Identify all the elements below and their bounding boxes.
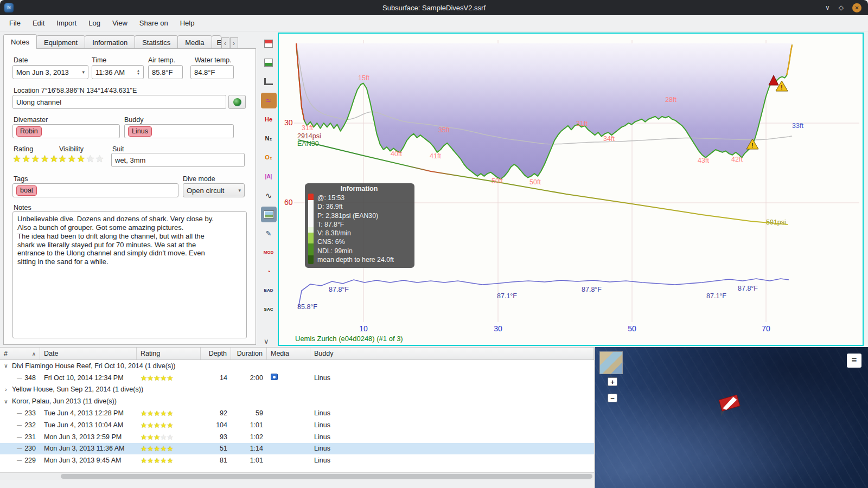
tab-information[interactable]: Information bbox=[85, 35, 135, 49]
tank-bar-icon[interactable]: |A| bbox=[261, 169, 277, 184]
dive-row[interactable]: ─229Mon Jun 3, 2013 9:45 AM★★★★★811:01Li… bbox=[0, 454, 594, 466]
dive-mode-select[interactable]: Open circuit ▾ bbox=[183, 183, 245, 197]
scrollbar-thumb[interactable] bbox=[61, 474, 592, 479]
photos-icon[interactable] bbox=[261, 207, 277, 222]
minimize-button[interactable]: ∨ bbox=[825, 4, 830, 11]
tab-e[interactable]: E bbox=[212, 35, 221, 49]
column-header-rating[interactable]: Rating bbox=[137, 348, 201, 359]
dive-site-marker[interactable] bbox=[717, 394, 743, 418]
menu-import[interactable]: Import bbox=[50, 16, 82, 30]
tooltip-row: V: 8.3ft/min bbox=[317, 229, 394, 237]
column-header-media[interactable]: Media bbox=[267, 348, 310, 359]
menu-help[interactable]: Help bbox=[174, 16, 201, 30]
dive-date: Mon Jun 3, 2013 2:59 PM bbox=[40, 433, 137, 441]
svg-text:70: 70 bbox=[762, 324, 770, 333]
tag-chip[interactable]: boat bbox=[16, 185, 37, 196]
column-header-depth[interactable]: Depth bbox=[201, 348, 231, 359]
trip-row[interactable]: ∨Divi Flamingo House Reef, Fri Oct 10, 2… bbox=[0, 360, 594, 372]
column-header-number[interactable]: #∧ bbox=[0, 348, 40, 359]
location-map-button[interactable] bbox=[228, 95, 246, 109]
mini-map-thumbnail[interactable] bbox=[599, 351, 623, 374]
dive-profile[interactable]: 30601030507031ft2914psiEAN3015ft40ft41ft… bbox=[278, 33, 864, 346]
n2-graph-icon[interactable]: N₂ bbox=[261, 131, 277, 146]
star-icon: ★ bbox=[147, 433, 154, 441]
mod-icon[interactable]: MOD bbox=[261, 245, 277, 260]
dive-row[interactable]: ─230Mon Jun 3, 2013 11:36 AM★★★★★511:14L… bbox=[0, 443, 594, 455]
menu-share-on[interactable]: Share on bbox=[133, 16, 174, 30]
collapse-icon[interactable]: ∨ bbox=[3, 363, 9, 369]
column-header-duration[interactable]: Duration bbox=[231, 348, 267, 359]
sac-icon[interactable]: SAC bbox=[261, 301, 277, 317]
dive-row[interactable]: ─231Mon Jun 3, 2013 2:59 PM★★★★★931:02Li… bbox=[0, 431, 594, 443]
dc-ceiling-icon[interactable] bbox=[261, 36, 277, 52]
column-header-date[interactable]: Date bbox=[40, 348, 137, 359]
notes-textarea[interactable]: Unbelievable dive. Dozens and dozens of … bbox=[12, 211, 247, 338]
tags-field[interactable]: boat bbox=[12, 183, 178, 197]
svg-text:2914psi: 2914psi bbox=[297, 132, 321, 140]
trip-row[interactable]: ›Yellow House, Sun Sep 21, 2014 (1 dive(… bbox=[0, 384, 594, 396]
ead-icon[interactable]: EAD bbox=[261, 282, 277, 298]
close-button[interactable]: ✕ bbox=[852, 3, 861, 12]
expand-icon[interactable]: › bbox=[3, 387, 9, 393]
ruler-grid-icon[interactable] bbox=[261, 74, 277, 89]
tissues-icon[interactable]: ≈ bbox=[261, 93, 277, 108]
time-spinbox[interactable]: 11:36 AM ▲▼ bbox=[92, 65, 144, 79]
tab-media[interactable]: Media bbox=[177, 35, 212, 49]
tab-scroll-left-button[interactable]: ‹ bbox=[221, 37, 229, 49]
water-temp-field[interactable]: 84.8°F bbox=[190, 65, 234, 79]
map-panel[interactable]: + − ≡ bbox=[595, 347, 868, 488]
ruler-tool-icon[interactable]: ✎ bbox=[261, 226, 277, 241]
rating-stars[interactable]: ★★★★★ bbox=[12, 154, 59, 164]
zoom-out-button[interactable]: − bbox=[608, 394, 617, 402]
star-icon: ★ bbox=[141, 409, 147, 418]
menu-log[interactable]: Log bbox=[82, 16, 106, 30]
ndl-tts-icon[interactable]: ◔ bbox=[261, 264, 277, 279]
menu-edit[interactable]: Edit bbox=[27, 16, 50, 30]
dc-ceiling-icon bbox=[264, 40, 273, 48]
divemaster-chip[interactable]: Robin bbox=[16, 126, 42, 137]
tab-equipment[interactable]: Equipment bbox=[36, 35, 85, 49]
dive-row[interactable]: ─232Tue Jun 4, 2013 10:04 AM★★★★★1041:01… bbox=[0, 419, 594, 431]
divemaster-field[interactable]: Robin bbox=[12, 124, 120, 138]
dive-buddy: Linus bbox=[310, 374, 594, 382]
horizontal-scrollbar[interactable] bbox=[0, 472, 594, 480]
buddy-field[interactable]: Linus bbox=[124, 124, 234, 138]
o2-graph-icon[interactable]: O₂ bbox=[261, 150, 277, 165]
heart-rate-icon[interactable]: ∿ bbox=[261, 188, 277, 203]
maximize-button[interactable]: ◇ bbox=[839, 4, 844, 11]
collapse-icon[interactable]: ∨ bbox=[3, 399, 9, 404]
dive-list[interactable]: #∧DateRatingDepthDurationMediaBuddy ∨Div… bbox=[0, 347, 594, 480]
zoom-in-button[interactable]: + bbox=[608, 377, 617, 386]
dive-list-header[interactable]: #∧DateRatingDepthDurationMediaBuddy bbox=[0, 348, 594, 360]
calculated-ceiling-icon[interactable] bbox=[261, 55, 277, 70]
toolbar-scroll-down-icon[interactable]: ∨ bbox=[264, 337, 269, 345]
tab-statistics[interactable]: Statistics bbox=[135, 35, 178, 49]
tooltip-title: Information bbox=[308, 185, 410, 192]
star-icon: ★ bbox=[147, 421, 154, 429]
column-header-buddy[interactable]: Buddy bbox=[310, 348, 594, 359]
menu-view[interactable]: View bbox=[106, 16, 133, 30]
trip-label: Divi Flamingo House Reef, Fri Oct 10, 20… bbox=[12, 362, 176, 370]
svg-text:31ft: 31ft bbox=[302, 124, 313, 132]
location-input[interactable]: Ulong channel bbox=[12, 95, 226, 109]
suit-field[interactable]: wet, 3mm bbox=[111, 153, 245, 167]
spin-arrows-icon[interactable]: ▲▼ bbox=[135, 69, 140, 75]
menu-file[interactable]: File bbox=[3, 16, 27, 30]
menu-bar: FileEditImportLogViewShare onHelp bbox=[0, 15, 868, 31]
map-menu-button[interactable]: ≡ bbox=[847, 354, 861, 368]
trip-row[interactable]: ∨Koror, Palau, Jun 2013 (11 dive(s)) bbox=[0, 395, 594, 407]
tab-notes[interactable]: Notes bbox=[3, 34, 37, 49]
dive-row[interactable]: ─233Tue Jun 4, 2013 12:28 PM★★★★★9259Lin… bbox=[0, 407, 594, 419]
dive-row[interactable]: ─348Fri Oct 10, 2014 12:34 PM★★★★★142:00… bbox=[0, 372, 594, 384]
date-combobox[interactable]: Mon Jun 3, 2013 ▾ bbox=[12, 65, 88, 79]
svg-text:41ft: 41ft bbox=[430, 152, 441, 160]
title-bar[interactable]: ≋ Subsurface: SampleDivesV2.ssrf ∨ ◇ ✕ bbox=[0, 0, 868, 15]
dive-buddy: Linus bbox=[310, 457, 594, 464]
tooltip-color-strip bbox=[308, 194, 314, 264]
tab-scroll-right-button[interactable]: › bbox=[230, 37, 238, 49]
buddy-chip[interactable]: Linus bbox=[128, 126, 152, 137]
air-temp-field[interactable]: 85.8°F bbox=[148, 65, 183, 79]
he-graph-icon[interactable]: He bbox=[261, 112, 277, 127]
visibility-stars[interactable]: ★★★★★ bbox=[58, 154, 105, 164]
chevron-down-icon[interactable]: ▾ bbox=[79, 69, 85, 75]
